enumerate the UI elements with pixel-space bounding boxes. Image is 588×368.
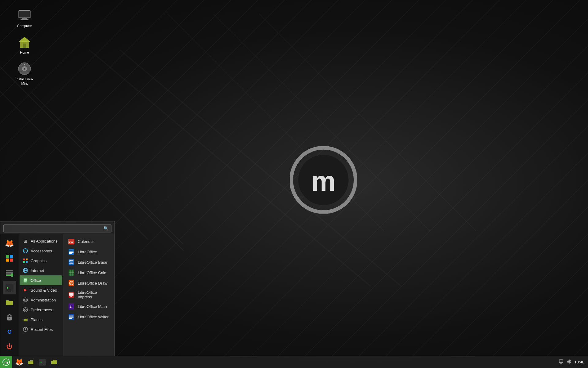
- svg-text:Σ: Σ: [70, 304, 72, 309]
- install-icon-label: Install Linux Mint: [14, 77, 35, 85]
- sidebar-icon-software[interactable]: [3, 251, 16, 265]
- taskbar-clock: 10:48: [574, 360, 584, 364]
- category-accessories[interactable]: i Accessories: [20, 246, 62, 256]
- app-libreoffice-writer-icon: [68, 313, 75, 320]
- svg-rect-5: [22, 18, 27, 19]
- start-menu: 🔍 🦊: [0, 221, 115, 356]
- search-icon[interactable]: 🔍: [104, 226, 109, 231]
- app-libreoffice-writer[interactable]: LibreOffice Writer: [66, 312, 112, 322]
- svg-rect-85: [69, 317, 74, 318]
- home-icon-label: Home: [20, 51, 29, 55]
- category-office[interactable]: Office: [20, 275, 62, 285]
- taskbar-firefox[interactable]: 🦊: [13, 357, 24, 368]
- category-preferences[interactable]: Preferences: [20, 305, 62, 315]
- svg-rect-60: [69, 251, 74, 251]
- app-libreoffice-math-label: LibreOffice Math: [78, 304, 107, 309]
- app-libreoffice-icon: [68, 248, 75, 255]
- home-icon: [17, 35, 32, 49]
- sidebar-icon-lock[interactable]: [3, 310, 16, 324]
- category-graphics[interactable]: Graphics: [20, 256, 62, 266]
- svg-marker-40: [24, 289, 27, 292]
- sidebar-icon-manager[interactable]: [3, 266, 16, 280]
- app-calendar-label: Calendar: [78, 239, 94, 244]
- category-internet[interactable]: Internet: [20, 266, 62, 275]
- sidebar-icon-power[interactable]: ⏻: [3, 340, 16, 353]
- category-accessories-icon: i: [23, 248, 28, 254]
- menu-sidebar: 🦊: [0, 234, 19, 356]
- svg-rect-29: [23, 259, 25, 260]
- app-calendar[interactable]: Calendar: [66, 236, 112, 247]
- desktop-icon-computer[interactable]: Computer: [12, 6, 37, 30]
- category-office-icon: [23, 278, 28, 283]
- app-libreoffice-impress[interactable]: LibreOffice Impress: [66, 288, 112, 301]
- tray-sound-icon[interactable]: [566, 359, 572, 366]
- svg-rect-86: [69, 318, 72, 319]
- svg-point-27: [23, 249, 28, 253]
- search-input[interactable]: [6, 226, 104, 231]
- svg-line-51: [25, 329, 26, 330]
- category-recent[interactable]: Recent Files: [20, 324, 62, 334]
- svg-point-42: [24, 299, 26, 301]
- svg-rect-55: [69, 242, 70, 243]
- desktop-icon-install[interactable]: Install Linux Mint: [12, 59, 37, 87]
- svg-text:>_: >_: [7, 286, 11, 290]
- desktop: m Computer: [0, 0, 588, 368]
- svg-point-48: [24, 309, 26, 311]
- category-places[interactable]: Places: [20, 315, 62, 324]
- app-libreoffice-calc[interactable]: LibreOffice Calc: [66, 267, 112, 278]
- install-icon: [17, 61, 32, 76]
- svg-rect-15: [6, 255, 9, 258]
- app-libreoffice-calc-label: LibreOffice Calc: [78, 270, 106, 275]
- category-all[interactable]: ⊞ All Applications: [20, 236, 62, 246]
- category-all-icon: ⊞: [23, 238, 28, 244]
- menu-apps: Calendar LibreOffice: [63, 234, 115, 356]
- svg-rect-78: [69, 293, 74, 296]
- svg-text:i: i: [24, 250, 25, 253]
- svg-rect-61: [69, 252, 74, 253]
- app-libreoffice-math[interactable]: Σ LibreOffice Math: [66, 301, 112, 312]
- category-graphics-label: Graphics: [31, 259, 47, 263]
- tray-network-icon[interactable]: [558, 359, 564, 366]
- category-internet-icon: [23, 268, 28, 273]
- taskbar-folder[interactable]: [48, 357, 59, 368]
- category-sound-video[interactable]: Sound & Video: [20, 285, 62, 295]
- taskbar-terminal[interactable]: >_: [37, 357, 48, 368]
- svg-rect-9: [23, 44, 26, 48]
- taskbar-files[interactable]: [25, 357, 36, 368]
- app-libreoffice[interactable]: LibreOffice: [66, 247, 112, 257]
- category-preferences-icon: [23, 307, 28, 312]
- taskbar-tray: 10:48: [555, 359, 588, 366]
- category-office-label: Office: [31, 278, 41, 283]
- svg-rect-6: [21, 19, 28, 20]
- category-recent-icon: [23, 327, 28, 332]
- sidebar-icon-files[interactable]: [3, 296, 16, 309]
- svg-rect-18: [10, 259, 13, 262]
- search-wrapper[interactable]: 🔍: [3, 224, 111, 232]
- sidebar-icon-google[interactable]: G: [3, 325, 16, 339]
- svg-rect-91: [559, 360, 563, 362]
- svg-rect-79: [70, 296, 72, 297]
- app-libreoffice-writer-label: LibreOffice Writer: [78, 315, 109, 319]
- desktop-icon-home[interactable]: Home: [12, 33, 37, 56]
- category-administration-label: Administration: [31, 298, 56, 302]
- category-graphics-icon: [23, 258, 28, 263]
- svg-point-66: [69, 263, 74, 264]
- category-places-label: Places: [31, 317, 43, 322]
- app-calendar-icon: [68, 238, 75, 245]
- sidebar-icon-firefox[interactable]: 🦊: [3, 237, 16, 250]
- app-libreoffice-calc-icon: [68, 269, 75, 276]
- taskbar-start-button[interactable]: m: [0, 356, 12, 368]
- category-places-icon: [23, 317, 28, 322]
- svg-rect-10: [20, 41, 29, 42]
- computer-icon-label: Computer: [17, 24, 32, 28]
- category-administration[interactable]: Administration: [20, 295, 62, 305]
- search-bar: 🔍: [0, 221, 115, 234]
- category-administration-icon: [23, 297, 28, 303]
- sidebar-icon-terminal[interactable]: >_: [3, 281, 16, 294]
- svg-marker-8: [19, 37, 30, 42]
- app-libreoffice-draw[interactable]: LibreOffice Draw: [66, 278, 112, 288]
- svg-rect-57: [72, 242, 73, 243]
- app-libreoffice-base[interactable]: LibreOffice Base: [66, 257, 112, 267]
- svg-point-41: [23, 298, 28, 302]
- svg-rect-82: [69, 314, 74, 320]
